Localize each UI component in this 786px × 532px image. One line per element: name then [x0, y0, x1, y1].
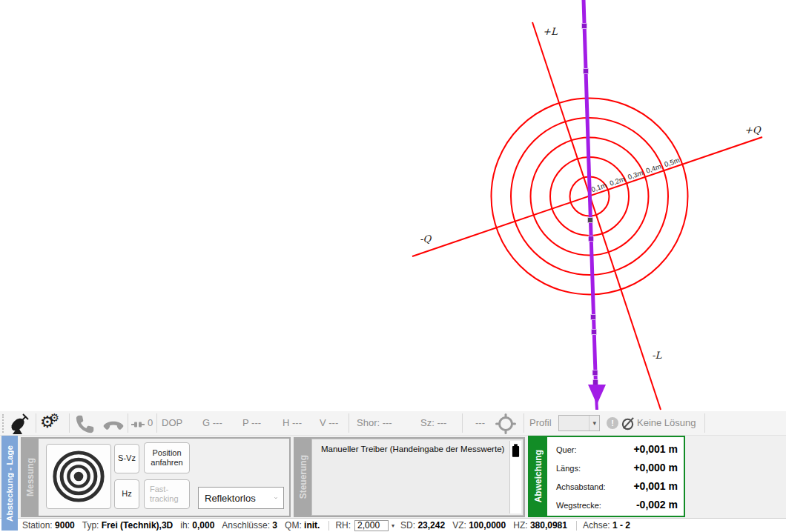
- hz-status: HZ: 380,0981: [513, 520, 567, 531]
- tab-absteckung-lage[interactable]: Absteckung - Lage: [1, 436, 18, 531]
- solution-status-text: Keine Lösung: [637, 417, 696, 428]
- sd-value: 23,242: [417, 520, 445, 531]
- abweichung-content: Quer: +0,001 m Längs: +0,000 m Achsabsta…: [547, 437, 684, 516]
- position-button-line2: anfahren: [151, 458, 182, 468]
- vz-value: 100,0000: [469, 520, 506, 531]
- connection-counter: 0: [148, 417, 153, 428]
- deviation-row-quer: Quer: +0,001 m: [547, 442, 684, 460]
- sd-label: SD:: [400, 520, 415, 531]
- bottom-panel-row: Messung S-Vz Position anfahren: [0, 436, 786, 518]
- fast-tracking-button[interactable]: Fast- tracking: [144, 479, 190, 509]
- toolbar-separator: [128, 413, 128, 433]
- wegstrecke-label: Wegstrecke:: [556, 501, 601, 510]
- target-crosshair-icon[interactable]: [495, 413, 516, 434]
- sz-readout: Sz: ---: [420, 417, 446, 428]
- chevron-down-icon: [274, 495, 283, 501]
- hz-button-label: Hz: [122, 489, 131, 499]
- trajectory-line-tail: [596, 397, 597, 410]
- messung-group-label: Messung: [25, 458, 36, 496]
- ring-label-0-3m: 0,3m: [627, 168, 644, 181]
- fast-tracking-line1: Fast-: [150, 485, 168, 494]
- abweichung-group-band: Abweichung: [529, 437, 547, 516]
- typ-status: Typ: Frei (Technik),3D: [82, 520, 174, 531]
- qm-status: QM: init.: [285, 520, 320, 531]
- trajectory-line: [584, 0, 596, 397]
- toolbar-separator: [462, 413, 463, 433]
- position-anfahren-button[interactable]: Position anfahren: [144, 442, 190, 473]
- qm-label: QM:: [285, 520, 302, 531]
- messung-group: Messung S-Vz Position anfahren: [21, 437, 291, 517]
- steuerung-group-label: Steuerung: [298, 455, 308, 499]
- fast-tracking-line2: tracking: [150, 494, 179, 504]
- instrument-connection-icon[interactable]: [8, 413, 32, 435]
- ih-status: ih: 0,000: [180, 520, 214, 531]
- station-value: 9000: [55, 520, 75, 531]
- rh-input[interactable]: [354, 520, 389, 531]
- position-button-line1: Position: [152, 448, 181, 458]
- measure-target-button[interactable]: [46, 444, 111, 509]
- achse-status: Achse: 1 - 2: [583, 520, 630, 531]
- g-readout: G ---: [202, 417, 222, 428]
- ih-label: ih:: [180, 520, 190, 531]
- anschluesse-label: Anschlüsse:: [222, 520, 270, 531]
- driver-description-text: Manueller Treiber (Handeingabe der Messw…: [321, 445, 504, 453]
- rh-label: RH:: [335, 520, 351, 531]
- ring-label-0-4m: 0,4m: [645, 162, 663, 175]
- vz-status: VZ: 100,0000: [452, 520, 506, 531]
- v-readout: V ---: [320, 417, 338, 428]
- toolbar-separator: [349, 413, 349, 433]
- toolbar-separator: [704, 413, 705, 433]
- deviation-row-achsabstand: Achsabstand: +0,001 m: [547, 479, 684, 497]
- info-icon: !: [607, 417, 618, 429]
- steuerung-content[interactable]: Manueller Treiber (Handeingabe der Messw…: [311, 439, 524, 516]
- settings-gears-icon[interactable]: ⚙⚙: [40, 413, 65, 432]
- deviation-row-laengs: Längs: +0,000 m: [547, 460, 684, 479]
- phone-call-icon[interactable]: [73, 413, 97, 435]
- h-readout: H ---: [283, 417, 302, 428]
- toolbar-grip-handle[interactable]: [2, 414, 4, 433]
- abweichung-group-label: Abweichung: [533, 450, 544, 502]
- svz-button[interactable]: S-Vz: [114, 444, 139, 473]
- anschluesse-value: 3: [272, 520, 277, 531]
- rh-dropdown-arrow-icon[interactable]: ▾: [392, 522, 394, 529]
- station-status: Station: 9000: [22, 520, 75, 531]
- p-readout: P ---: [242, 417, 261, 428]
- laengs-value: +0,000 m: [633, 462, 678, 473]
- toolbar-separator: [156, 413, 157, 433]
- achsabstand-value: +0,001 m: [633, 480, 678, 492]
- typ-value: Frei (Technik),3D: [102, 520, 173, 531]
- axis-label-minus-l: -L: [652, 350, 661, 361]
- deviation-row-wegstrecke: Wegstrecke: -0,002 m: [547, 497, 684, 516]
- messung-content: S-Vz Position anfahren Hz Fast- tracking…: [39, 439, 289, 516]
- reflector-mode-dropdown[interactable]: Reflektorlos: [198, 487, 284, 509]
- connection-link-icon: [131, 421, 145, 428]
- achse-label: Achse:: [583, 520, 610, 531]
- typ-label: Typ:: [82, 520, 99, 531]
- toolbar-separator: [36, 413, 36, 433]
- qm-value: init.: [304, 520, 320, 531]
- toolbar-separator: [69, 413, 70, 433]
- sd-status: SD: 23,242: [400, 520, 445, 531]
- hz-button[interactable]: Hz: [114, 479, 139, 509]
- axis-label-plus-l: +L: [543, 26, 558, 37]
- wegstrecke-value: -0,002 m: [636, 499, 678, 511]
- status-bar: Station: 9000 Typ: Frei (Technik),3D ih:…: [0, 518, 786, 532]
- stakeout-plot: +L +Q -Q -L 0,1m 0,2m 0,3m 0,4m 0,5m: [0, 0, 786, 411]
- axis-label-plus-q: +Q: [744, 124, 762, 136]
- statusbar-separator: [576, 521, 577, 531]
- phone-hangup-icon[interactable]: [102, 414, 125, 435]
- abweichung-group: Abweichung Quer: +0,001 m Längs: +0,000 …: [528, 436, 685, 517]
- profil-dropdown[interactable]: ▾: [558, 415, 600, 431]
- hz-label: HZ:: [513, 520, 527, 531]
- battery-icon: [512, 444, 520, 458]
- vz-label: VZ:: [452, 520, 466, 531]
- svz-button-label: S-Vz: [118, 453, 136, 463]
- profil-label: Profil: [529, 417, 552, 428]
- stakeout-plot-canvas[interactable]: +L +Q -Q -L 0,1m 0,2m 0,3m 0,4m 0,5m: [0, 0, 786, 411]
- no-solution-icon: [621, 416, 635, 430]
- anschluesse-status: Anschlüsse: 3: [222, 520, 277, 531]
- dop-readout: DOP: [162, 417, 182, 428]
- axis-label-minus-q: -Q: [420, 233, 432, 245]
- profil-dropdown-arrow-icon: ▾: [589, 416, 599, 430]
- messung-group-band: Messung: [22, 439, 39, 516]
